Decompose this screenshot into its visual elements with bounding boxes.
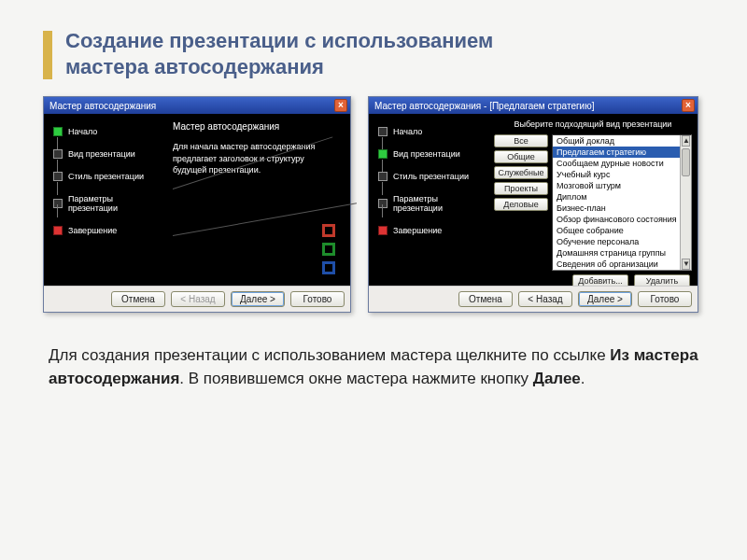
body-bold-2: Далее	[533, 370, 581, 387]
category-all-button[interactable]: Все	[494, 134, 548, 147]
wizard-window-step1: Мастер автосодержания × Начало Вид презе…	[43, 96, 351, 313]
presentation-list[interactable]: Общий доклад Предлагаем стратегию Сообща…	[552, 134, 692, 271]
decorative-squares	[322, 224, 335, 274]
list-item[interactable]: Обзор финансового состояния	[553, 214, 691, 225]
back-button[interactable]: < Назад	[518, 291, 572, 307]
finish-button[interactable]: Готово	[638, 291, 692, 307]
finish-button[interactable]: Готово	[290, 291, 345, 307]
step-label: Стиль презентации	[68, 172, 144, 181]
title-line-2: мастера автосодержания	[65, 55, 324, 78]
titlebar[interactable]: Мастер автосодержания - [Предлагаем стра…	[369, 97, 698, 114]
category-business-button[interactable]: Деловые	[494, 198, 548, 211]
step-marker-icon	[378, 172, 388, 181]
step-label: Завершение	[68, 226, 117, 235]
body-text-3: .	[581, 370, 585, 387]
wizard-body: Начало Вид презентации Стиль презентации…	[44, 114, 350, 286]
wizard-intro-panel: Мастер автосодержания Для начала мастер …	[163, 114, 350, 286]
step-label: Стиль презентации	[393, 172, 469, 181]
screenshots-row: Мастер автосодержания × Начало Вид презе…	[43, 96, 704, 313]
slide-title: Создание презентации с использованием ма…	[43, 28, 704, 79]
title-accent	[43, 31, 52, 79]
panel-heading: Мастер автосодержания	[173, 121, 341, 132]
cancel-button[interactable]: Отмена	[458, 291, 513, 307]
list-item[interactable]: Учебный курс	[553, 169, 691, 180]
list-item[interactable]: Обучение персонала	[553, 236, 691, 247]
step-label: Параметры презентации	[68, 194, 158, 213]
step-marker-icon	[378, 199, 388, 208]
scroll-up-icon[interactable]: ▲	[682, 135, 690, 147]
step-marker-icon	[378, 149, 388, 159]
panel-prompt: Выберите подходящий вид презентации	[494, 119, 692, 129]
body-text-2: . В появившемся окне мастера нажмите кно…	[179, 370, 532, 387]
close-icon[interactable]: ×	[682, 99, 695, 112]
step-label: Вид презентации	[393, 149, 460, 159]
step-marker-icon	[53, 172, 63, 181]
scroll-thumb[interactable]	[682, 148, 690, 176]
category-office-button[interactable]: Служебные	[494, 166, 548, 179]
next-button[interactable]: Далее >	[578, 291, 632, 307]
back-button[interactable]: < Назад	[171, 291, 225, 307]
wizard-footer: Отмена < Назад Далее > Готово	[44, 286, 350, 312]
step-marker-icon	[53, 226, 63, 235]
category-general-button[interactable]: Общие	[494, 150, 548, 163]
list-item[interactable]: Общее собрание	[553, 225, 691, 236]
titlebar[interactable]: Мастер автосодержания ×	[44, 97, 350, 114]
step-marker-icon	[378, 226, 388, 235]
title-text: Создание презентации с использованием ма…	[65, 28, 493, 79]
list-item[interactable]: Сообщаем дурные новости	[553, 158, 691, 169]
wizard-footer: Отмена < Назад Далее > Готово	[369, 286, 698, 312]
step-label: Параметры презентации	[393, 194, 483, 213]
list-item[interactable]: Домашняя страница группы	[553, 247, 691, 259]
list-item[interactable]: Предлагаем стратегию	[553, 147, 691, 158]
list-item[interactable]: Общий доклад	[553, 135, 691, 147]
panel-description: Для начала мастер автосодержания предлаг…	[173, 141, 322, 176]
wizard-steps: Начало Вид презентации Стиль презентации…	[44, 114, 163, 286]
category-projects-button[interactable]: Проекты	[494, 182, 548, 195]
step-marker-icon	[53, 149, 63, 159]
list-item[interactable]: Сведения об организации	[553, 259, 691, 270]
window-title: Мастер автосодержания	[49, 101, 156, 111]
wizard-body: Начало Вид презентации Стиль презентации…	[369, 114, 698, 286]
category-and-list: Все Общие Служебные Проекты Деловые Общи…	[494, 134, 692, 271]
step-marker-icon	[378, 127, 388, 136]
window-title: Мастер автосодержания - [Предлагаем стра…	[374, 101, 594, 111]
wizard-steps: Начало Вид презентации Стиль презентации…	[369, 114, 488, 286]
list-item[interactable]: Бизнес-план	[553, 203, 691, 214]
scroll-down-icon[interactable]: ▼	[682, 259, 690, 270]
wizard-window-step2: Мастер автосодержания - [Предлагаем стра…	[368, 96, 698, 313]
category-buttons: Все Общие Служебные Проекты Деловые	[494, 134, 548, 271]
slide: Создание презентации с использованием ма…	[0, 0, 747, 390]
title-line-1: Создание презентации с использованием	[65, 29, 493, 52]
step-label: Завершение	[393, 226, 442, 235]
square-icon	[322, 224, 335, 237]
square-icon	[322, 261, 335, 274]
body-text-1: Для создания презентации с использование…	[49, 346, 610, 364]
list-item[interactable]: Мозговой штурм	[553, 180, 691, 191]
presentation-type-panel: Выберите подходящий вид презентации Все …	[488, 114, 698, 286]
square-icon	[322, 243, 335, 256]
slide-body-text: Для создания презентации с использование…	[49, 344, 698, 390]
step-label: Вид презентации	[68, 149, 135, 159]
list-item[interactable]: Диплом	[553, 191, 691, 203]
step-marker-icon	[53, 199, 63, 208]
scrollbar[interactable]: ▲ ▼	[680, 135, 691, 270]
step-marker-icon	[53, 127, 63, 136]
step-label: Начало	[68, 127, 97, 136]
step-label: Начало	[393, 127, 422, 136]
cancel-button[interactable]: Отмена	[111, 291, 165, 307]
next-button[interactable]: Далее >	[231, 291, 285, 307]
close-icon[interactable]: ×	[334, 99, 347, 112]
